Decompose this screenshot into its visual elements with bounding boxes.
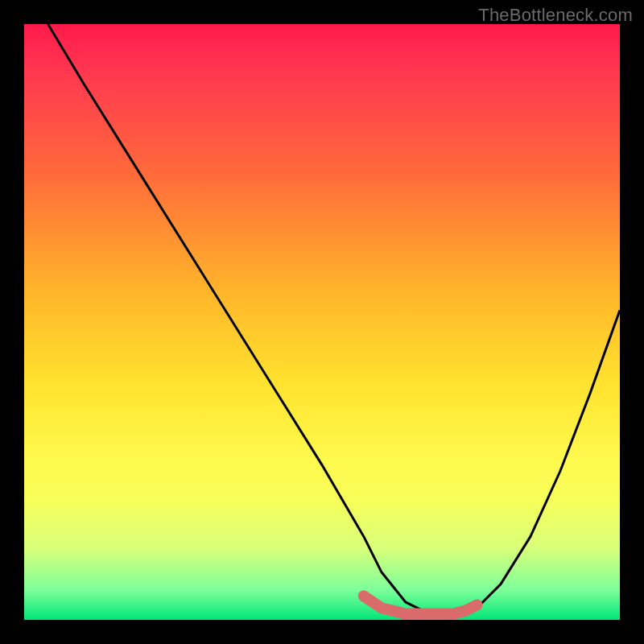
watermark-text: TheBottleneck.com [478,5,633,26]
plot-area [24,24,620,620]
chart-svg [24,24,620,620]
bottom-highlight-segment [364,596,477,613]
chart-container: TheBottleneck.com [0,0,644,644]
bottleneck-curve [48,24,620,614]
